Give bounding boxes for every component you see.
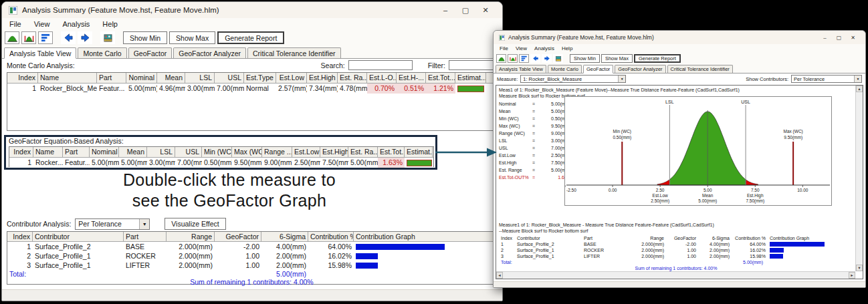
show-min-button[interactable]: Show Min: [123, 31, 167, 44]
menu-analysis[interactable]: Analysis: [534, 45, 554, 51]
minimize-icon[interactable]: –: [435, 6, 455, 14]
col-header[interactable]: Est.Low: [276, 73, 307, 83]
sorted-bars-icon[interactable]: [38, 31, 53, 44]
scroll-up-icon[interactable]: ▲: [856, 86, 863, 92]
col-header[interactable]: Range: [629, 235, 666, 241]
tab-geofactor-analyzer[interactable]: GeoFactor Analyzer: [173, 47, 246, 58]
show-max-button[interactable]: Show Max: [169, 31, 215, 44]
col-header[interactable]: Part: [63, 147, 90, 157]
col-header[interactable]: Nominal: [126, 73, 157, 83]
menu-help[interactable]: Help: [562, 45, 572, 51]
col-header[interactable]: Est.High: [320, 147, 348, 157]
col-header[interactable]: Max (WC): [232, 147, 262, 157]
maximize-icon[interactable]: ▢: [832, 35, 846, 41]
col-header[interactable]: Index: [7, 73, 38, 83]
filter-input[interactable]: [449, 60, 497, 70]
col-header[interactable]: LSL: [185, 73, 215, 83]
col-header[interactable]: Range ...: [262, 147, 292, 157]
col-header[interactable]: Est.Tot...: [378, 147, 405, 157]
menu-help[interactable]: Help: [102, 20, 118, 28]
horizontal-scrollbar[interactable]: ◄ ►: [496, 271, 855, 279]
col-header[interactable]: Part: [97, 73, 126, 83]
col-header[interactable]: Estimat...: [405, 147, 433, 157]
col-header[interactable]: Name: [38, 73, 97, 83]
col-header[interactable]: Est.H-...: [397, 73, 426, 83]
col-header[interactable]: Nominal: [90, 147, 119, 157]
tab-geofactor[interactable]: GeoFactor: [128, 47, 173, 58]
previous-measure-icon[interactable]: [530, 54, 540, 63]
maximize-icon[interactable]: ▢: [455, 6, 475, 15]
col-header[interactable]: Est.High: [307, 73, 338, 83]
contributor-row[interactable]: 2 Surface_Profile_1 ROCKER 2.000(mm) 1.0…: [7, 251, 496, 261]
tab-analysis-table-view[interactable]: Analysis Table View: [4, 47, 76, 59]
col-header[interactable]: LSL: [147, 147, 175, 157]
col-header[interactable]: Contributor: [515, 235, 582, 241]
close-icon[interactable]: ✕: [846, 35, 860, 41]
chevron-down-icon[interactable]: ▼: [139, 219, 149, 229]
col-header[interactable]: Contribution %: [732, 235, 768, 241]
contributor-row[interactable]: 3 Surface_Profile_1 LIFTER 2.000(mm) 1.0…: [7, 261, 496, 270]
chevron-down-icon[interactable]: ▼: [854, 75, 861, 82]
col-header[interactable]: Contribution Graph: [354, 232, 496, 241]
scroll-down-icon[interactable]: ▼: [856, 265, 863, 271]
tab-geofactor[interactable]: GeoFactor: [583, 65, 613, 73]
col-header[interactable]: Index: [9, 147, 33, 157]
show-min-button[interactable]: Show Min: [570, 54, 600, 63]
col-header[interactable]: Index: [499, 235, 515, 241]
tab-geofactor-analyzer[interactable]: GeoFactor Analyzer: [615, 65, 665, 73]
col-header[interactable]: Contributor: [33, 232, 124, 241]
col-header[interactable]: Est.Low: [292, 147, 320, 157]
tab-critical-tolerance-identifier[interactable]: Critical Tolerance Identifier: [667, 65, 733, 73]
col-header[interactable]: 6-Sigma: [261, 232, 308, 241]
vertical-scrollbar[interactable]: ▲ ▼: [855, 86, 863, 271]
chevron-down-icon[interactable]: ▼: [618, 75, 625, 82]
menu-file[interactable]: File: [9, 20, 21, 28]
col-header[interactable]: 6-Sigma: [698, 235, 732, 241]
col-header[interactable]: Estimat...: [455, 73, 486, 83]
histogram-icon[interactable]: [5, 31, 19, 44]
col-header[interactable]: Mean: [119, 147, 147, 157]
generate-report-button[interactable]: Generate Report: [217, 31, 284, 44]
menu-view[interactable]: View: [516, 45, 527, 51]
sorted-bars-icon[interactable]: [519, 54, 529, 63]
tab-critical-tolerance-identifier[interactable]: Critical Tolerance Identifier: [247, 47, 341, 58]
visualize-effect-button[interactable]: Visualize Effect: [165, 218, 225, 230]
col-header[interactable]: Mean: [157, 73, 185, 83]
tab-monte-carlo[interactable]: Monte Carlo: [78, 47, 126, 58]
col-header[interactable]: USL: [215, 73, 244, 83]
col-header[interactable]: Est.Tot...: [426, 73, 455, 83]
show-contributors-dropdown[interactable]: Per Tolerance ▼: [791, 75, 862, 83]
generate-report-button[interactable]: Generate Report: [634, 54, 681, 63]
col-header[interactable]: Est. Ra...: [338, 73, 367, 83]
contributor-mode-dropdown[interactable]: Per Tolerance ▼: [75, 218, 150, 230]
col-header[interactable]: Contribution %: [308, 232, 354, 241]
minimize-icon[interactable]: –: [818, 35, 832, 41]
col-header[interactable]: Est. Ra...: [348, 147, 378, 157]
next-measure-icon[interactable]: [78, 31, 92, 44]
report-tool-icon[interactable]: [100, 31, 115, 44]
contributor-row[interactable]: 1 Surface_Profile_2 BASE 2.000(mm) -2.00…: [7, 242, 496, 251]
geofactor-row[interactable]: 1 Rocker... Featur... 5.00(mm) 5.00(mm) …: [9, 158, 433, 168]
tab-monte-carlo[interactable]: Monte Carlo: [548, 65, 582, 73]
col-header[interactable]: Est.Type: [244, 73, 276, 83]
contributor-row[interactable]: 2 Surface_Profile_1 ROCKER 2.000(mm) 1.0…: [499, 247, 853, 253]
close-icon[interactable]: ✕: [475, 6, 496, 15]
scroll-left-icon[interactable]: ◄: [496, 272, 503, 279]
col-header[interactable]: Range: [167, 232, 215, 241]
previous-measure-icon[interactable]: [61, 31, 76, 44]
histogram-icon[interactable]: [496, 54, 506, 63]
show-max-button[interactable]: Show Max: [601, 54, 633, 63]
contributor-row[interactable]: 1 Surface_Profile_2 BASE 2.000(mm) -2.00…: [499, 241, 853, 247]
menu-analysis[interactable]: Analysis: [62, 20, 90, 28]
histogram-minmax-icon[interactable]: [21, 31, 36, 44]
menu-file[interactable]: File: [500, 45, 508, 51]
col-header[interactable]: Part: [124, 232, 167, 241]
scroll-right-icon[interactable]: ►: [849, 272, 855, 279]
col-header[interactable]: Part: [582, 235, 629, 241]
col-header[interactable]: GeoFactor: [215, 232, 261, 241]
search-input[interactable]: [348, 60, 413, 70]
next-measure-icon[interactable]: [542, 54, 552, 63]
col-header[interactable]: USL: [175, 147, 202, 157]
tab-analysis-table-view[interactable]: Analysis Table View: [496, 65, 546, 73]
col-header[interactable]: Contribution Graph: [768, 235, 853, 241]
